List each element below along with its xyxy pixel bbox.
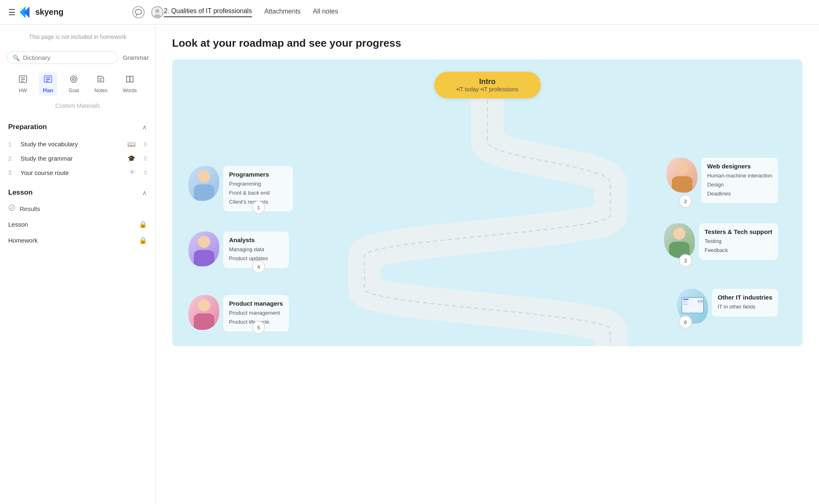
app-header: ☰ skyeng 2. Qualities of IT professional… bbox=[0, 0, 819, 25]
list-item[interactable]: 2 Study the grammar 🎓 0 bbox=[7, 151, 149, 166]
svg-point-21 bbox=[9, 205, 15, 211]
item-number: 2 bbox=[8, 155, 16, 162]
analysts-section: Analysts Managing data Product updates bbox=[188, 232, 289, 268]
preparation-title: Preparation bbox=[8, 123, 47, 131]
custom-materials-link[interactable]: Custom Materials bbox=[7, 102, 149, 109]
grammar-icon: 🎓 bbox=[127, 154, 136, 162]
analysts-character bbox=[188, 232, 219, 266]
programmers-section: Programmers Programming Front & back end… bbox=[188, 166, 293, 211]
list-item[interactable]: 3 Your course route 👁 0 bbox=[7, 166, 149, 179]
other-it-card: Other IT industries IT in other fields bbox=[712, 289, 778, 316]
nav-attachments[interactable]: Attachments bbox=[264, 8, 301, 17]
list-item[interactable]: 1 Study the vocabulary 📖 0 bbox=[7, 137, 149, 151]
product-managers-title: Product managers bbox=[229, 300, 283, 307]
testers-character bbox=[664, 223, 695, 258]
preparation-section: Preparation ∧ 1 Study the vocabulary 📖 0… bbox=[7, 119, 149, 181]
homework-lock-icon: 🔒 bbox=[139, 236, 147, 244]
lesson-locked-item[interactable]: Lesson 🔒 bbox=[7, 216, 149, 232]
svg-point-3 bbox=[135, 9, 142, 14]
nav-lesson-title[interactable]: 2. Qualities of IT professionals bbox=[164, 7, 252, 17]
words-label: Words bbox=[123, 88, 137, 93]
other-it-section: <> Other IT industries IT in other field… bbox=[677, 289, 778, 324]
nav-icon-notes[interactable]: Notes bbox=[91, 72, 111, 96]
content-area: Look at your roadmap and see your progre… bbox=[156, 25, 819, 504]
svg-line-4 bbox=[136, 14, 137, 16]
results-label: Results bbox=[20, 205, 40, 212]
product-managers-character bbox=[188, 295, 219, 330]
logo[interactable]: skyeng bbox=[20, 7, 64, 18]
item-count: 0 bbox=[141, 169, 147, 176]
words-icon bbox=[125, 75, 134, 86]
search-input-wrap[interactable]: 🔍 bbox=[7, 51, 118, 64]
grammar-button[interactable]: Grammar bbox=[123, 54, 149, 61]
search-icon: 🔍 bbox=[13, 54, 20, 61]
search-input[interactable] bbox=[23, 54, 112, 61]
nav-all-notes[interactable]: All notes bbox=[313, 8, 338, 17]
testers-title: Testers & Tech support bbox=[705, 228, 772, 235]
goal-icon bbox=[69, 75, 78, 86]
results-row[interactable]: Results bbox=[7, 201, 149, 216]
nav-icon-goal[interactable]: Goal bbox=[65, 72, 83, 96]
circle-4: 4 bbox=[252, 260, 265, 273]
programmers-title: Programmers bbox=[229, 171, 287, 178]
item-number: 1 bbox=[8, 141, 16, 148]
user-avatar-icon[interactable] bbox=[151, 6, 164, 19]
page-title: Look at your roadmap and see your progre… bbox=[172, 37, 803, 50]
testers-card: Testers & Tech support Testing Feedback bbox=[699, 223, 778, 260]
hw-icon bbox=[18, 75, 27, 86]
item-count: 0 bbox=[141, 155, 147, 162]
lesson-label: Lesson bbox=[8, 221, 28, 228]
lesson-section: Lesson ∧ Results Lesson 🔒 Homework 🔒 bbox=[7, 184, 149, 248]
intro-bullets: •IT today •IT professions bbox=[448, 86, 527, 93]
circle-3: 3 bbox=[679, 254, 692, 267]
nav-icon-plan[interactable]: Plan bbox=[39, 72, 57, 96]
notes-icon bbox=[96, 75, 105, 86]
web-designers-card: Web designers Human-machine interaction … bbox=[701, 158, 778, 203]
item-label: Study the vocabulary bbox=[20, 141, 123, 148]
testers-section: Testers & Tech support Testing Feedback bbox=[664, 223, 778, 260]
item-number: 3 bbox=[8, 169, 16, 176]
circle-6: 6 bbox=[679, 316, 692, 329]
nav-icons-row: HW Plan bbox=[7, 72, 149, 96]
nav-icon-words[interactable]: Words bbox=[119, 72, 141, 96]
preparation-items: 1 Study the vocabulary 📖 0 2 Study the g… bbox=[7, 135, 149, 181]
nav-icon-hw[interactable]: HW bbox=[14, 72, 32, 96]
lesson-accordion-header[interactable]: Lesson ∧ bbox=[7, 184, 149, 201]
analysts-title: Analysts bbox=[229, 236, 283, 243]
item-label: Your course route bbox=[20, 169, 124, 176]
intro-title: Intro bbox=[448, 77, 527, 86]
item-label: Study the grammar bbox=[20, 155, 123, 162]
roadmap-container: Intro •IT today •IT professions Programm… bbox=[172, 59, 803, 346]
item-count: 0 bbox=[141, 141, 147, 148]
plan-icon bbox=[43, 75, 52, 86]
notes-label: Notes bbox=[95, 88, 107, 93]
header-icons bbox=[132, 6, 164, 19]
plan-label: Plan bbox=[43, 88, 53, 93]
homework-label: Homework bbox=[8, 237, 38, 244]
preparation-chevron-icon: ∧ bbox=[142, 123, 147, 131]
web-designers-character bbox=[667, 158, 697, 193]
sidebar: This page is not included in homework 🔍 … bbox=[0, 25, 156, 504]
web-designers-title: Web designers bbox=[707, 163, 772, 170]
logo-arrow-icon bbox=[20, 7, 33, 18]
circle-2: 2 bbox=[679, 195, 692, 208]
header-nav: 2. Qualities of IT professionals Attachm… bbox=[164, 7, 811, 17]
other-it-lines: IT in other fields bbox=[718, 302, 772, 311]
hamburger-menu-icon[interactable]: ☰ bbox=[8, 7, 16, 17]
goal-label: Goal bbox=[69, 88, 79, 93]
vocabulary-icon: 📖 bbox=[127, 140, 136, 148]
svg-point-7 bbox=[154, 14, 161, 18]
lesson-chevron-icon: ∧ bbox=[142, 189, 147, 197]
lesson-title: Lesson bbox=[8, 188, 33, 197]
preparation-accordion-header[interactable]: Preparation ∧ bbox=[7, 119, 149, 135]
circle-5: 5 bbox=[252, 321, 265, 334]
other-it-title: Other IT industries bbox=[718, 294, 772, 301]
chat-icon[interactable] bbox=[132, 6, 145, 19]
hw-label: HW bbox=[19, 88, 27, 93]
programmers-character bbox=[188, 166, 219, 201]
homework-locked-item[interactable]: Homework 🔒 bbox=[7, 232, 149, 248]
web-designers-lines: Human-machine interaction Design Deadlin… bbox=[707, 171, 772, 198]
main-layout: This page is not included in homework 🔍 … bbox=[0, 25, 819, 504]
testers-lines: Testing Feedback bbox=[705, 237, 772, 255]
svg-point-2 bbox=[133, 7, 144, 18]
